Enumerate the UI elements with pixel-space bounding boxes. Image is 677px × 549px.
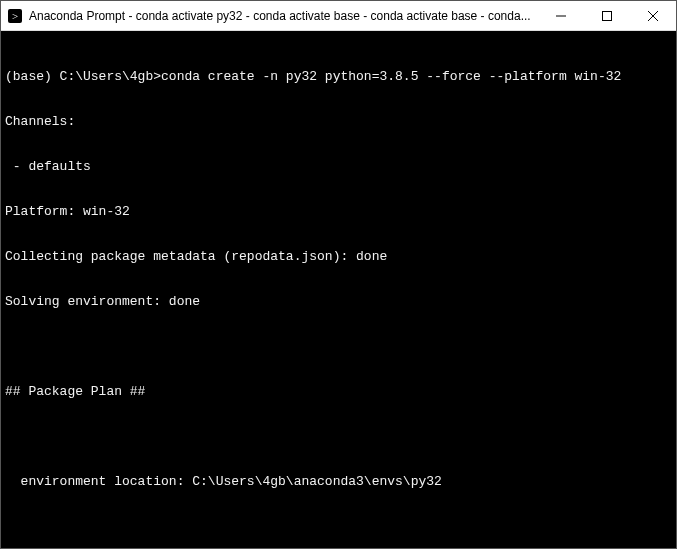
titlebar[interactable]: > Anaconda Prompt - conda activate py32 …	[1, 1, 676, 31]
window: > Anaconda Prompt - conda activate py32 …	[0, 0, 677, 549]
minimize-button[interactable]	[538, 1, 584, 30]
window-title: Anaconda Prompt - conda activate py32 - …	[29, 9, 538, 23]
output-line: Channels:	[5, 114, 670, 129]
blank-line	[5, 339, 670, 354]
output-line: - defaults	[5, 159, 670, 174]
env-location: environment location: C:\Users\4gb\anaco…	[5, 474, 670, 489]
anaconda-icon: >	[7, 8, 23, 24]
blank-line	[5, 519, 670, 534]
svg-rect-3	[603, 11, 612, 20]
output-line: Solving environment: done	[5, 294, 670, 309]
prompt: (base) C:\Users\4gb>	[5, 69, 161, 84]
command: conda create -n py32 python=3.8.5 --forc…	[161, 69, 621, 84]
window-controls	[538, 1, 676, 30]
close-button[interactable]	[630, 1, 676, 30]
svg-text:>: >	[12, 10, 18, 22]
blank-line	[5, 429, 670, 444]
maximize-button[interactable]	[584, 1, 630, 30]
output-line: Collecting package metadata (repodata.js…	[5, 249, 670, 264]
prompt-line: (base) C:\Users\4gb>conda create -n py32…	[5, 69, 670, 84]
plan-header: ## Package Plan ##	[5, 384, 670, 399]
output-line: Platform: win-32	[5, 204, 670, 219]
terminal[interactable]: (base) C:\Users\4gb>conda create -n py32…	[1, 31, 676, 548]
